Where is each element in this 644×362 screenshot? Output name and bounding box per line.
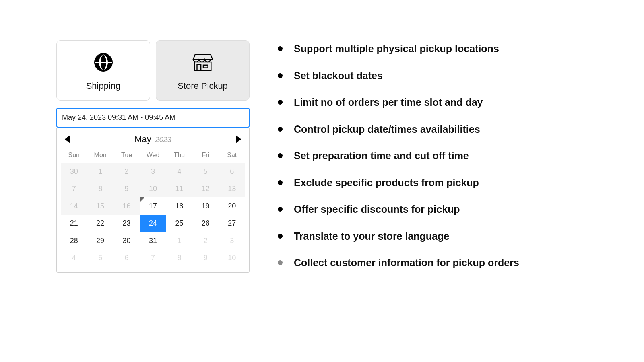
calendar-day: 10 [219,249,245,267]
calendar-day: 13 [219,180,245,197]
feature-item: Collect customer information for pickup … [278,256,584,269]
calendar-day[interactable]: 24 [140,215,166,232]
calendar-day: 8 [87,180,113,197]
calendar-day: 30 [61,163,87,180]
bullet-icon [278,207,283,212]
calendar-day: 11 [166,180,192,197]
calendar-day: 8 [166,249,192,267]
shipping-label: Shipping [86,81,121,91]
calendar-day[interactable]: 28 [61,232,87,249]
feature-item: Set blackout dates [278,69,584,82]
bullet-icon [278,100,283,105]
store-icon [191,51,215,74]
feature-text: Support multiple physical pickup locatio… [294,42,499,56]
feature-text: Set blackout dates [294,69,383,82]
delivery-options: Shipping Store Pickup [56,40,250,101]
feature-item: Exclude specific products from pickup [278,176,584,189]
calendar-year: 2023 [155,136,171,144]
calendar-dow: Sun [61,148,87,163]
store-pickup-label: Store Pickup [178,81,228,91]
calendar-day: 5 [192,163,219,180]
calendar-day[interactable]: 26 [192,215,219,232]
calendar-day: 3 [219,232,245,249]
feature-text: Set preparation time and cut off time [294,149,469,162]
feature-text: Exclude specific products from pickup [294,176,479,189]
bullet-icon [278,234,283,239]
calendar-day: 14 [61,197,87,215]
calendar-dow: Wed [140,148,166,163]
bullet-icon [278,153,283,158]
pickup-widget: Shipping Store Pickup [56,40,250,273]
feature-text: Control pickup date/times availabilities [294,123,480,136]
feature-item: Offer specific discounts for pickup [278,203,584,216]
calendar-next-button[interactable] [233,134,243,144]
calendar-day: 6 [219,163,245,180]
calendar-day: 15 [87,197,113,215]
bullet-icon [278,46,283,51]
feature-text: Collect customer information for pickup … [294,256,519,269]
calendar-day[interactable]: 23 [114,215,140,232]
calendar-day[interactable]: 21 [61,215,87,232]
feature-item: Limit no of orders per time slot and day [278,96,584,109]
svg-rect-4 [203,65,208,68]
bullet-icon [278,73,283,78]
pickup-time-range-input[interactable] [56,108,250,128]
feature-text: Limit no of orders per time slot and day [294,96,483,109]
calendar-day: 6 [114,249,140,267]
store-pickup-option[interactable]: Store Pickup [156,40,250,101]
feature-item: Set preparation time and cut off time [278,149,584,162]
calendar-title: May 2023 [134,134,171,144]
calendar-day: 4 [166,163,192,180]
calendar-day[interactable]: 19 [192,197,219,215]
bullet-icon [278,260,283,265]
globe-icon [93,51,114,74]
calendar-dow: Mon [87,148,113,163]
calendar-day: 12 [192,180,219,197]
calendar-prev-button[interactable] [63,134,73,144]
feature-list: Support multiple physical pickup locatio… [278,42,584,283]
feature-item: Control pickup date/times availabilities [278,123,584,136]
calendar-day[interactable]: 31 [140,232,166,249]
calendar-day[interactable]: 29 [87,232,113,249]
calendar-dow: Sat [219,148,245,163]
calendar-day: 4 [61,249,87,267]
calendar-month: May [134,134,151,144]
shipping-option[interactable]: Shipping [56,40,150,101]
calendar-day: 10 [140,180,166,197]
feature-item: Translate to your store language [278,230,584,243]
calendar: May 2023 SunMonTueWedThuFriSat3012345678… [56,128,250,273]
calendar-day[interactable]: 20 [219,197,245,215]
svg-rect-1 [95,62,112,63]
calendar-day[interactable]: 17 [140,197,166,215]
calendar-day: 1 [87,163,113,180]
calendar-dow: Thu [166,148,192,163]
calendar-day: 3 [140,163,166,180]
calendar-day: 9 [192,249,219,267]
calendar-day[interactable]: 30 [114,232,140,249]
calendar-dow: Tue [114,148,140,163]
bullet-icon [278,127,283,132]
calendar-day[interactable]: 22 [87,215,113,232]
bullet-icon [278,180,283,185]
calendar-day: 5 [87,249,113,267]
feature-text: Translate to your store language [294,230,449,243]
calendar-day: 2 [114,163,140,180]
calendar-day[interactable]: 18 [166,197,192,215]
svg-rect-3 [197,64,201,70]
calendar-dow: Fri [192,148,219,163]
calendar-day: 9 [114,180,140,197]
calendar-day[interactable]: 27 [219,215,245,232]
feature-item: Support multiple physical pickup locatio… [278,42,584,56]
calendar-day: 1 [166,232,192,249]
calendar-day: 7 [61,180,87,197]
calendar-day[interactable]: 25 [166,215,192,232]
calendar-day: 16 [114,197,140,215]
feature-text: Offer specific discounts for pickup [294,203,460,216]
calendar-day: 7 [140,249,166,267]
calendar-grid: SunMonTueWedThuFriSat3012345678910111213… [61,148,245,267]
calendar-day: 2 [192,232,219,249]
